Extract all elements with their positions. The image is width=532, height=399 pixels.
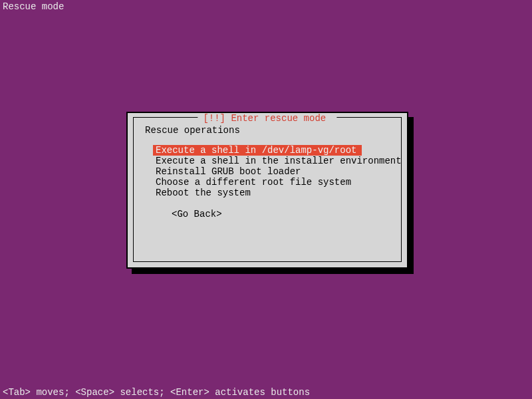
navigation-hint: <Tab> moves; <Space> selects; <Enter> ac…	[3, 387, 310, 398]
dialog-border	[133, 117, 402, 262]
screen-title: Rescue mode	[3, 1, 64, 12]
dialog-title: [!!] Enter rescue mode	[198, 113, 336, 124]
rescue-dialog: [!!] Enter rescue mode Rescue operations…	[126, 112, 408, 269]
